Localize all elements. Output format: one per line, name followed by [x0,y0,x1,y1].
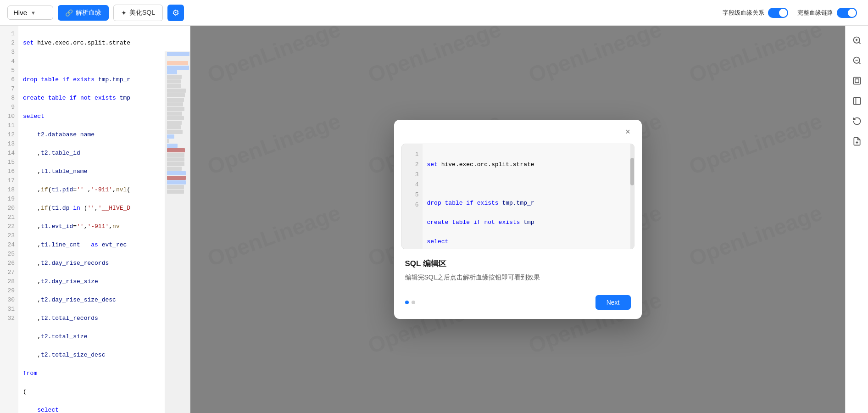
svg-rect-7 [853,78,860,84]
chevron-down-icon: ▼ [31,10,36,16]
canvas-area: OpenLineage OpenLineage OpenLineage Open… [190,26,845,413]
code-minimap [165,51,190,413]
modal-close-button[interactable]: × [622,125,634,138]
modal-scrollbar [630,144,634,249]
full-lineage-toggle[interactable] [837,8,857,18]
modal-footer: Next [394,290,642,319]
modal-overlay: × 123456 set hive.exec.orc.split.strate … [190,26,845,413]
analyze-button[interactable]: 🔗 解析血缘 [58,5,109,21]
modal-code-content: set hive.exec.orc.split.strate drop tabl… [423,144,634,249]
modal-header: × [394,120,642,144]
dot-2 [412,301,415,304]
beautify-button[interactable]: ✦ 美化SQL [113,5,163,21]
right-sidebar [845,26,868,413]
modal-line-numbers: 123456 [402,144,423,249]
toggle-full-label: 完整血缘链路 [797,9,833,17]
modal-body: SQL 编辑区 编辑完SQL之后点击解析血缘按钮即可看到效果 [394,249,642,290]
line-numbers: 12345 678910 1112131415 1617181920 21222… [0,26,18,413]
code-content: set hive.exec.orc.split.strate drop tabl… [18,26,190,413]
collapse-panel-button[interactable]: ◀ [190,211,190,228]
dot-1 [405,301,409,304]
modal-title: SQL 编辑区 [405,258,631,269]
code-panel: 12345 678910 1112131415 1617181920 21222… [0,26,190,413]
export-icon[interactable] [850,134,864,149]
fit-view-icon[interactable] [850,73,864,88]
language-select[interactable]: Hive ▼ [7,6,53,20]
modal-description: 编辑完SQL之后点击解析血缘按钮即可看到效果 [405,273,631,282]
gear-icon: ⚙ [172,8,179,18]
modal-progress-dots [405,301,415,304]
collapse-icon[interactable] [850,94,864,108]
svg-line-1 [858,42,860,44]
beautify-icon: ✦ [121,9,127,17]
toggle-field-lineage: 字段级血缘关系 [723,8,788,18]
svg-rect-8 [855,79,858,83]
language-label: Hive [13,9,27,17]
modal-scrollbar-thumb [630,158,634,185]
svg-line-5 [858,62,860,64]
zoom-in-icon[interactable] [850,33,864,48]
field-lineage-toggle[interactable] [768,8,788,18]
next-button[interactable]: Next [595,295,631,310]
right-controls: 字段级血缘关系 完整血缘链路 [712,0,868,26]
reset-icon[interactable] [850,114,864,128]
toggle-full-lineage: 完整血缘链路 [797,8,857,18]
analyze-icon: 🔗 [65,9,73,17]
toggle-field-label: 字段级血缘关系 [723,9,764,17]
code-editor[interactable]: 12345 678910 1112131415 1617181920 21222… [0,26,190,413]
modal-editor: 123456 set hive.exec.orc.split.strate dr… [402,144,634,249]
zoom-out-icon[interactable] [850,53,864,68]
tutorial-modal: × 123456 set hive.exec.orc.split.strate … [394,120,642,319]
modal-code-preview: 123456 set hive.exec.orc.split.strate dr… [401,144,634,249]
svg-rect-9 [853,98,860,105]
settings-button[interactable]: ⚙ [167,5,184,21]
